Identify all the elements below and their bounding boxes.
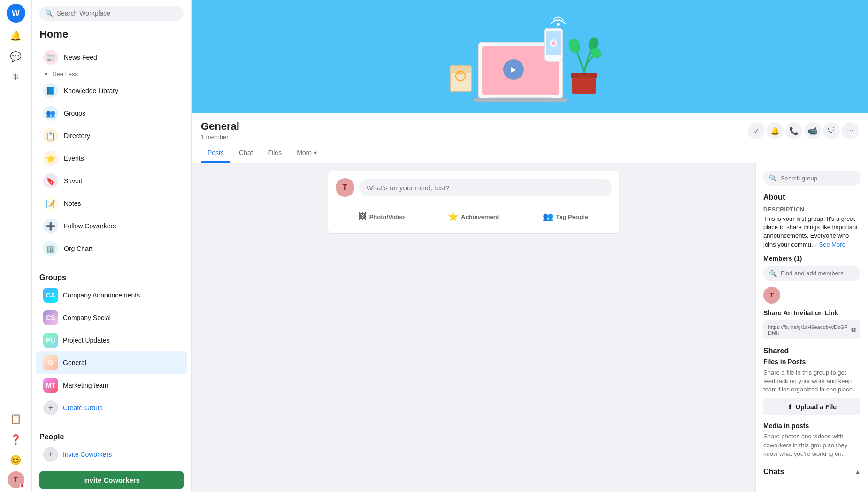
- saved-label: Saved: [64, 177, 83, 185]
- sidebar-item-events[interactable]: ⭐ Events: [36, 147, 187, 170]
- rail-user-avatar[interactable]: T: [8, 471, 24, 488]
- posts-area: T 🖼 Photo/Video ⭐ Achievement 👥: [192, 163, 755, 492]
- sidebar-item-knowledge-library[interactable]: 📘 Knowledge Library: [36, 79, 187, 102]
- see-more-link[interactable]: See More: [819, 241, 845, 248]
- chats-header[interactable]: Chats ▲: [763, 466, 860, 478]
- create-group-item[interactable]: + Create Group: [36, 397, 187, 419]
- photo-video-action[interactable]: 🖼 Photo/Video: [336, 208, 428, 226]
- composer-user-avatar: T: [336, 178, 354, 197]
- group-info-bar: General 1 member Posts Chat Files More ▾…: [192, 113, 868, 163]
- copy-link-icon[interactable]: ⧉: [851, 326, 856, 334]
- achievement-action[interactable]: ⭐ Achievement: [428, 208, 520, 226]
- sidebar-group-company-announcements[interactable]: CA Company Announcements: [36, 284, 187, 306]
- project-updates-label: Project Updates: [63, 336, 110, 344]
- right-panel: 🔍 About Description This is your first g…: [755, 163, 868, 492]
- tag-people-label: Tag People: [556, 213, 588, 220]
- shared-title: Shared: [763, 347, 860, 355]
- sidebar-item-groups[interactable]: 👥 Groups: [36, 102, 187, 125]
- org-chart-label: Org Chart: [64, 245, 92, 252]
- photo-video-icon: 🖼: [358, 212, 367, 222]
- rail-chat[interactable]: 💬: [7, 47, 25, 66]
- project-updates-icon: PU: [43, 333, 58, 348]
- group-tabs: Posts Chat Files More ▾: [201, 141, 323, 163]
- app-logo[interactable]: W: [7, 4, 25, 23]
- notes-label: Notes: [64, 200, 81, 207]
- tab-files[interactable]: Files: [261, 144, 289, 163]
- general-icon: G: [43, 355, 58, 370]
- post-composer-input[interactable]: [359, 179, 612, 196]
- tag-people-icon: 👥: [543, 211, 553, 222]
- action-shield-button[interactable]: 🛡: [823, 122, 840, 139]
- groups-section-header: Groups: [32, 268, 191, 284]
- see-less-row[interactable]: ▼ See Less: [36, 69, 187, 79]
- sidebar-item-directory[interactable]: 📋 Directory: [36, 125, 187, 147]
- find-members-icon: 🔍: [769, 270, 777, 277]
- composer-actions: 🖼 Photo/Video ⭐ Achievement 👥 Tag People: [336, 203, 612, 226]
- rail-help[interactable]: ❓: [7, 430, 25, 449]
- group-action-buttons: ✓ 🔔 📞 📹 🛡 ···: [748, 120, 859, 139]
- upload-label: Upload a File: [796, 403, 837, 411]
- rail-emoji[interactable]: 😊: [7, 451, 25, 469]
- chevron-down-icon: ▼: [43, 71, 49, 78]
- follow-coworkers-icon: ➕: [43, 219, 58, 234]
- follow-coworkers-label: Follow Coworkers: [64, 222, 116, 230]
- action-notifications-button[interactable]: 🔔: [767, 122, 784, 139]
- main-content: ▶ Gene: [192, 0, 868, 492]
- action-video-button[interactable]: 📹: [804, 122, 821, 139]
- sidebar-group-project-updates[interactable]: PU Project Updates: [36, 329, 187, 351]
- invite-coworkers-label: Invite Coworkers: [63, 451, 112, 458]
- upload-file-button[interactable]: ⬆ Upload a File: [763, 398, 860, 415]
- groups-label: Groups: [64, 109, 85, 117]
- tab-chat[interactable]: Chat: [232, 144, 260, 163]
- upload-icon: ⬆: [787, 403, 793, 411]
- action-join-button[interactable]: ✓: [748, 122, 765, 139]
- sidebar-group-marketing-team[interactable]: MT Marketing team: [36, 374, 187, 397]
- right-search-box[interactable]: 🔍: [763, 171, 860, 186]
- action-more-button[interactable]: ···: [842, 122, 859, 139]
- find-members-box[interactable]: 🔍: [763, 266, 860, 281]
- invite-link-box: https://fb.me/g/1sH9eaqqb/wDoGFDMh ⧉: [763, 320, 860, 339]
- right-search-input[interactable]: [781, 175, 855, 182]
- invite-plus-icon: +: [43, 447, 58, 462]
- rail-integrations[interactable]: ✳: [7, 68, 25, 86]
- tab-posts[interactable]: Posts: [201, 144, 230, 163]
- media-in-posts-label: Media in posts: [763, 422, 860, 430]
- sidebar-divider-1: [32, 264, 191, 264]
- saved-icon: 🔖: [43, 173, 58, 188]
- group-banner: ▶: [192, 0, 868, 113]
- sidebar-item-notes[interactable]: 📝 Notes: [36, 192, 187, 215]
- chats-chevron-icon: ▲: [855, 469, 860, 475]
- tag-people-action[interactable]: 👥 Tag People: [520, 208, 612, 226]
- member-avatar-t: T: [763, 287, 780, 304]
- photo-video-label: Photo/Video: [369, 213, 405, 220]
- action-call-button[interactable]: 📞: [785, 122, 802, 139]
- invite-link-text: https://fb.me/g/1sH9eaqqb/wDoGFDMh: [768, 324, 848, 336]
- invite-link-section: Share An Invitation Link https://fb.me/g…: [763, 309, 860, 339]
- left-rail: W 🔔 💬 ✳ 📋 ❓ 😊 T: [0, 0, 32, 492]
- create-group-label: Create Group: [63, 404, 103, 412]
- sidebar-item-saved[interactable]: 🔖 Saved: [36, 170, 187, 192]
- knowledge-library-label: Knowledge Library: [64, 87, 118, 94]
- knowledge-library-icon: 📘: [43, 83, 58, 98]
- find-members-input[interactable]: [781, 270, 855, 277]
- members-label: Members (1): [763, 255, 802, 262]
- svg-rect-12: [572, 75, 596, 94]
- create-group-plus-icon: +: [43, 400, 58, 415]
- sidebar-item-news-feed[interactable]: 📰 News Feed: [36, 46, 187, 69]
- rail-feedback[interactable]: 📋: [7, 409, 25, 428]
- svg-point-14: [567, 37, 582, 55]
- rail-notifications[interactable]: 🔔: [7, 26, 25, 45]
- search-box[interactable]: 🔍: [39, 6, 184, 21]
- composer-top: T: [336, 178, 612, 197]
- invite-coworkers-item[interactable]: + Invite Coworkers: [36, 443, 187, 466]
- sidebar-group-general[interactable]: G General: [36, 351, 187, 374]
- tab-more[interactable]: More ▾: [290, 144, 323, 163]
- sidebar-item-follow-coworkers[interactable]: ➕ Follow Coworkers: [36, 215, 187, 237]
- group-name: General: [201, 120, 323, 133]
- invite-coworkers-button[interactable]: Invite Coworkers: [39, 471, 184, 489]
- sidebar-group-company-social[interactable]: CS Company Social: [36, 306, 187, 329]
- sidebar-search-container: 🔍: [32, 0, 191, 24]
- achievement-icon: ⭐: [448, 211, 458, 222]
- sidebar-item-org-chart[interactable]: 🏢 Org Chart: [36, 237, 187, 260]
- search-input[interactable]: [57, 9, 178, 17]
